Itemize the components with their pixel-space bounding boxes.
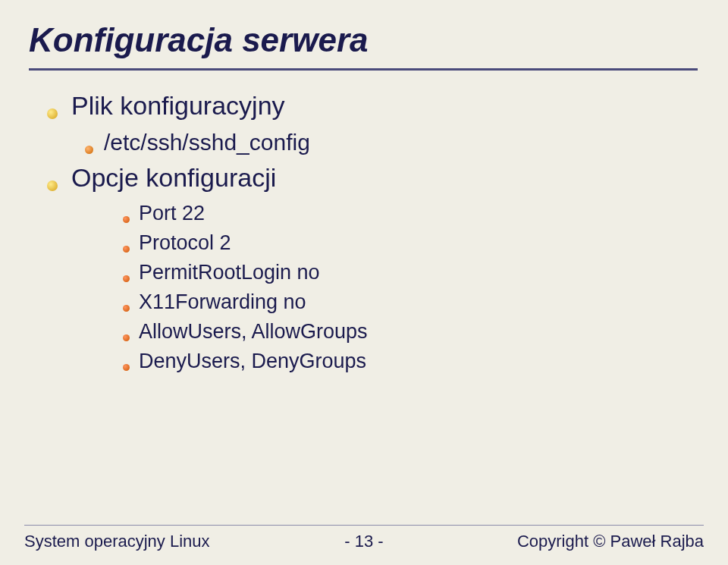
footer-divider — [24, 525, 704, 526]
bullet-text: Protocol 2 — [139, 231, 231, 255]
slide-content: Plik konfiguracyjny /etc/ssh/sshd_config… — [29, 91, 698, 379]
bullet-text: DenyUsers, DenyGroups — [139, 350, 366, 373]
bullet-dot-icon — [123, 334, 130, 341]
bullet-dot-icon — [123, 305, 130, 312]
bullet-level1: Opcje konfiguracji — [29, 163, 698, 193]
bullet-dot-icon — [47, 108, 58, 119]
footer-page-number: - 13 - — [344, 532, 383, 551]
bullet-dot-icon — [123, 275, 130, 282]
title-underline — [29, 68, 698, 71]
bullet-text: Opcje konfiguracji — [71, 163, 276, 193]
bullet-dot-icon — [85, 146, 93, 154]
bullet-level3: X11Forwarding no — [29, 290, 698, 314]
bullet-text: PermitRootLogin no — [139, 261, 320, 284]
bullet-text: X11Forwarding no — [139, 290, 306, 314]
bullet-text: Plik konfiguracyjny — [71, 91, 285, 121]
bullet-dot-icon — [123, 216, 130, 223]
bullet-level1: Plik konfiguracyjny — [29, 91, 698, 121]
footer-copyright: Copyright © Paweł Rajba — [517, 532, 704, 551]
footer-content: System operacyjny Linux - 13 - Copyright… — [24, 532, 704, 551]
footer-left: System operacyjny Linux — [24, 532, 210, 551]
bullet-level3: DenyUsers, DenyGroups — [29, 350, 698, 373]
bullet-level3: Port 22 — [29, 202, 698, 225]
slide-title: Konfiguracja serwera — [29, 21, 369, 59]
bullet-level3: Protocol 2 — [29, 231, 698, 255]
bullet-dot-icon — [123, 364, 130, 371]
bullet-level3: PermitRootLogin no — [29, 261, 698, 284]
bullet-level2: /etc/ssh/sshd_config — [29, 130, 698, 155]
bullet-dot-icon — [123, 246, 130, 253]
bullet-text: /etc/ssh/sshd_config — [104, 130, 310, 155]
bullet-dot-icon — [47, 180, 58, 191]
bullet-level3: AllowUsers, AllowGroups — [29, 320, 698, 344]
slide-footer: System operacyjny Linux - 13 - Copyright… — [0, 525, 728, 551]
bullet-text: Port 22 — [139, 202, 205, 225]
bullet-text: AllowUsers, AllowGroups — [139, 320, 368, 344]
